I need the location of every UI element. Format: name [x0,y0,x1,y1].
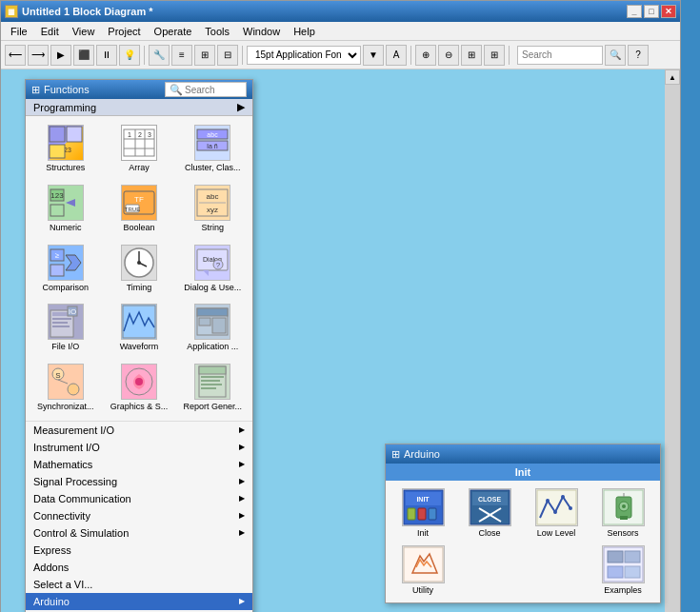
svg-rect-57 [199,366,226,374]
menu-operate[interactable]: Operate [149,24,198,39]
arduino-close-icon: CLOSE [469,488,511,526]
toolbar-run-btn[interactable]: ▶ [50,45,71,66]
svg-rect-18 [50,205,64,216]
svg-rect-81 [620,516,628,520]
arduino-utility[interactable]: Utility [391,543,454,597]
submenu-connectivity[interactable]: Connectivity ▶ [26,507,252,524]
toolbar-grid-btn[interactable]: ⊞ [484,45,505,66]
toolbar-clean-btn[interactable]: 🔧 [149,45,170,66]
arduino-close[interactable]: CLOSE Close [458,486,521,540]
svg-rect-67 [429,508,436,520]
submenu-arduino[interactable]: Arduino ▶ [26,593,252,610]
func-structures[interactable]: 123 Structures [30,120,101,178]
submenu-signal[interactable]: Signal Processing ▶ [26,473,252,490]
array-icon: 123 [121,125,157,161]
svg-line-53 [58,380,68,384]
title-bar-left: ▦ Untitled 1 Block Diagram * [5,5,153,18]
func-boolean[interactable]: TFTRUE Boolean [103,180,174,238]
func-dialog[interactable]: Dialog? Dialog & Use... [177,240,249,298]
submenu-control[interactable]: Control & Simulation ▶ [26,524,252,542]
submenu-list: Measurement I/O ▶ Instrument I/O ▶ Mathe… [26,421,252,612]
functions-header-left: ⊞ Functions [31,84,90,96]
submenu-instrument[interactable]: Instrument I/O ▶ [26,439,252,456]
toolbar-distribute-btn[interactable]: ⊟ [217,45,238,66]
submenu-select-vi[interactable]: Select a VI... [26,576,252,593]
sync-icon: S [48,364,84,400]
menu-bar: File Edit View Project Operate Tools Win… [1,22,680,41]
search-input[interactable] [517,46,603,65]
toolbar-zoom-btn[interactable]: ⊕ [415,45,436,66]
arduino-low-level[interactable]: Low Level [525,486,588,540]
svg-rect-87 [625,551,640,563]
svg-text:S: S [55,371,60,380]
svg-rect-3 [50,145,65,158]
font-select[interactable]: 15pt Application Font [247,46,361,65]
svg-point-75 [553,510,557,514]
func-graphics[interactable]: Graphics & S... [103,359,174,417]
fileio-label: File I/O [51,342,79,352]
svg-text:la ñ: la ñ [208,143,218,149]
svg-text:abc: abc [208,131,219,138]
toolbar-align-btn[interactable]: ⊞ [194,45,215,66]
toolbar-snap-btn[interactable]: ⊞ [461,45,482,66]
toolbar-stop-btn[interactable]: ⬛ [73,45,94,66]
toolbar-font-btn2[interactable]: A [386,45,407,66]
toolbar-forward-btn[interactable]: ⟶ [28,45,49,66]
func-string[interactable]: abcxyz String [177,180,249,238]
structures-label: Structures [46,163,85,173]
menu-file[interactable]: File [5,24,33,39]
submenu-instrument-arrow: ▶ [239,443,245,451]
menu-tools[interactable]: Tools [199,24,235,39]
toolbar-pause-btn[interactable]: ⏸ [96,45,117,66]
menu-edit[interactable]: Edit [35,24,65,39]
help-btn[interactable]: ? [628,45,649,66]
func-waveform[interactable]: Waveform [103,299,174,357]
waveform-icon [121,304,157,340]
svg-text:abc: abc [207,192,219,201]
submenu-data-comm[interactable]: Data Communication ▶ [26,490,252,507]
func-cluster[interactable]: abcla ñ Cluster, Clas... [177,120,249,178]
func-application[interactable]: Application ... [177,299,249,357]
submenu-addons[interactable]: Addons [26,559,252,576]
menu-project[interactable]: Project [102,24,146,39]
close-button[interactable]: ✕ [661,5,676,18]
svg-text:CLOSE: CLOSE [477,496,500,503]
main-scrollbar[interactable]: ▲ [665,69,680,612]
arduino-init[interactable]: INIT Init [391,486,454,540]
func-array[interactable]: 123 Array [103,120,174,178]
submenu-express[interactable]: Express [26,542,252,559]
func-fileio[interactable]: IO File I/O [30,299,101,357]
func-timing[interactable]: Timing [103,240,174,298]
func-comparison[interactable]: ≥ Comparison [30,240,101,298]
functions-search-area[interactable]: 🔍 [165,82,247,97]
search-icon-btn[interactable]: 🔍 [605,45,626,66]
menu-help[interactable]: Help [288,24,321,39]
svg-rect-65 [408,508,415,520]
arduino-empty1 [458,543,521,597]
string-icon: abcxyz [194,185,230,221]
toolbar-reorder-btn[interactable]: ≡ [171,45,192,66]
menu-window[interactable]: Window [237,24,286,39]
toolbar-back-btn[interactable]: ⟵ [5,45,26,66]
toolbar-light-btn[interactable]: 💡 [119,45,140,66]
svg-rect-47 [197,308,228,316]
arduino-empty1-icon [469,545,511,583]
scroll-up-btn[interactable]: ▲ [665,69,680,85]
minimize-button[interactable]: _ [627,5,642,18]
functions-search-input[interactable] [185,85,242,95]
toolbar-zoom-btn2[interactable]: ⊖ [438,45,459,66]
arduino-header: ⊞ Arduino [386,444,660,464]
submenu-measurement[interactable]: Measurement I/O ▶ [26,422,252,439]
arduino-examples[interactable]: Examples [591,543,654,597]
numeric-icon: 123 [48,185,84,221]
cluster-label: Cluster, Clas... [185,163,241,173]
arduino-sensors[interactable]: Sensors [591,486,654,540]
toolbar-font-down[interactable]: ▼ [363,45,384,66]
maximize-button[interactable]: □ [644,5,659,18]
submenu-mathematics[interactable]: Mathematics ▶ [26,456,252,473]
func-numeric[interactable]: 123 Numeric [30,180,101,238]
application-label: Application ... [187,342,238,352]
menu-view[interactable]: View [67,24,101,39]
func-report[interactable]: Report Gener... [177,359,249,417]
func-sync[interactable]: S Synchronizat... [30,359,101,417]
